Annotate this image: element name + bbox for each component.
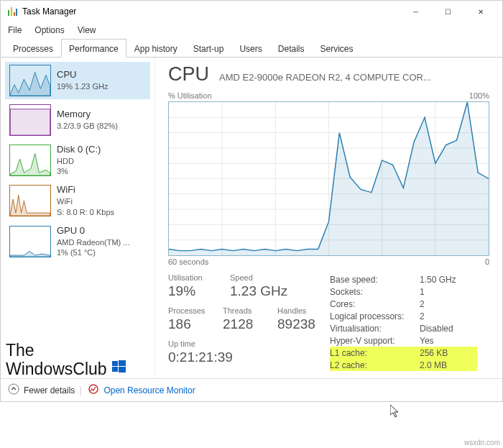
footer: Fewer details | Open Resource Monitor: [1, 378, 502, 401]
sidebar-item-line1: 3.2/3.9 GB (82%): [57, 121, 118, 131]
svg-rect-23: [119, 367, 126, 372]
speed-value: 1.23 GHz: [230, 283, 309, 299]
watermark: The WindowsClub: [6, 342, 127, 378]
resource-monitor-icon[interactable]: [88, 383, 99, 397]
menu-view[interactable]: View: [78, 25, 96, 35]
stat-value: 256 KB: [420, 348, 477, 358]
sidebar-item-wifi[interactable]: WiFi WiFi S: 8.0 R: 0 Kbps: [5, 181, 150, 219]
stat-row: Hyper-V support:Yes: [330, 334, 477, 347]
sidebar-item-cpu[interactable]: CPU 19% 1.23 GHz: [5, 62, 150, 99]
app-icon: [6, 6, 18, 17]
stat-value: 1.50 GHz: [420, 275, 477, 285]
sidebar-thumb-icon: [9, 145, 51, 176]
tab-services[interactable]: Services: [312, 39, 361, 58]
sidebar-item-memory[interactable]: Memory 3.2/3.9 GB (82%): [5, 101, 150, 139]
stat-key: Virtualisation:: [330, 324, 420, 334]
tab-app-history[interactable]: App history: [126, 39, 185, 58]
stat-row: Virtualisation:Disabled: [330, 322, 477, 334]
sidebar-item-gpu[interactable]: GPU 0 AMD Radeon(TM) ... 1% (51 °C): [5, 222, 150, 260]
stat-row: L2 cache:2.0 MB: [330, 359, 477, 371]
maximize-button[interactable]: ☐: [432, 1, 464, 22]
right-stats: Base speed:1.50 GHzSockets:1Cores:2Logic…: [330, 273, 477, 372]
uptime-value: 0:21:21:39: [168, 349, 297, 365]
minimize-button[interactable]: ─: [400, 1, 432, 22]
close-button[interactable]: ✕: [464, 1, 497, 22]
mouse-cursor: [390, 405, 402, 422]
tab-start-up[interactable]: Start-up: [185, 39, 232, 58]
tab-performance[interactable]: Performance: [61, 39, 126, 58]
stat-key: Cores:: [330, 299, 420, 309]
sidebar: CPU 19% 1.23 GHz Memory 3.2/3.9 GB (82%)…: [1, 58, 155, 378]
svg-rect-20: [112, 361, 118, 366]
stat-value: 2: [420, 299, 477, 309]
stat-row: Logical processors:2: [330, 310, 477, 322]
cpu-model: AMD E2-9000e RADEON R2, 4 COMPUTE COR...: [219, 72, 489, 83]
menu-options[interactable]: Options: [34, 25, 64, 35]
sidebar-thumb-icon: [9, 185, 51, 216]
sidebar-item-name: CPU: [57, 69, 109, 81]
handles-value: 89238: [277, 316, 315, 332]
sidebar-thumb-icon: [9, 226, 51, 257]
chart-xright: 0: [485, 257, 489, 266]
stat-key: L1 cache:: [330, 348, 420, 358]
sidebar-item-name: Memory: [57, 109, 118, 121]
stat-value: 1: [420, 287, 477, 297]
chart-ylabel: % Utilisation: [168, 91, 212, 100]
svg-rect-3: [16, 9, 17, 16]
fewer-details[interactable]: Fewer details: [24, 385, 75, 396]
window-title: Task Manager: [22, 6, 400, 17]
stat-key: Hyper-V support:: [330, 336, 420, 346]
collapse-icon[interactable]: [8, 383, 19, 397]
source-url: wsxdn.com: [464, 439, 500, 447]
titlebar: Task Manager ─ ☐ ✕: [1, 1, 502, 22]
sidebar-item-line2: 1% (51 °C): [57, 247, 129, 257]
stat-value: Yes: [420, 336, 477, 346]
open-resource-monitor[interactable]: Open Resource Monitor: [103, 385, 195, 396]
svg-rect-21: [119, 360, 126, 366]
stat-key: Logical processors:: [330, 311, 420, 321]
sidebar-item-line1: 19% 1.23 GHz: [57, 81, 109, 91]
handles-label: Handles: [277, 306, 315, 315]
proc-value: 186: [168, 316, 210, 332]
sidebar-item-line1: HDD: [57, 156, 101, 166]
sidebar-item-line2: S: 8.0 R: 0 Kbps: [57, 207, 114, 217]
sidebar-item-name: WiFi: [57, 184, 114, 196]
tab-processes[interactable]: Processes: [5, 39, 61, 58]
cpu-chart: [168, 101, 489, 256]
speed-label: Speed: [230, 273, 309, 282]
tab-details[interactable]: Details: [270, 39, 313, 58]
tabstrip: ProcessesPerformanceApp historyStart-upU…: [1, 38, 502, 58]
sidebar-thumb-icon: [9, 104, 51, 136]
stat-key: Base speed:: [330, 275, 420, 285]
svg-rect-22: [112, 367, 118, 372]
stat-row: Base speed:1.50 GHz: [330, 273, 477, 285]
stat-row: Sockets:1: [330, 285, 477, 298]
sidebar-item-line1: WiFi: [57, 196, 114, 206]
sidebar-item-line2: 3%: [57, 166, 101, 176]
sidebar-item-disk[interactable]: Disk 0 (C:) HDD 3%: [5, 141, 150, 179]
util-value: 19%: [168, 283, 217, 299]
page-title: CPU: [168, 63, 209, 86]
stat-row: L1 cache:256 KB: [330, 347, 477, 359]
chart-ymax: 100%: [469, 91, 489, 100]
sidebar-item-line1: AMD Radeon(TM) ...: [57, 237, 129, 247]
svg-point-19: [89, 385, 98, 393]
uptime-label: Up time: [168, 339, 297, 348]
menubar: File Options View: [1, 22, 502, 38]
sidebar-item-name: GPU 0: [57, 225, 129, 237]
stat-key: Sockets:: [330, 287, 420, 297]
tab-users[interactable]: Users: [231, 39, 269, 58]
stat-value: 2.0 MB: [420, 360, 477, 370]
stat-value: Disabled: [420, 324, 477, 334]
stat-row: Cores:2: [330, 298, 477, 310]
sidebar-thumb-icon: [9, 65, 51, 96]
proc-label: Processes: [168, 306, 210, 315]
threads-label: Threads: [223, 306, 264, 315]
util-label: Utilisation: [168, 273, 217, 282]
svg-rect-0: [8, 10, 9, 16]
stat-key: L2 cache:: [330, 360, 420, 370]
svg-rect-1: [11, 7, 12, 16]
svg-rect-2: [14, 12, 15, 16]
sidebar-item-name: Disk 0 (C:): [57, 144, 101, 156]
menu-file[interactable]: File: [8, 25, 22, 35]
